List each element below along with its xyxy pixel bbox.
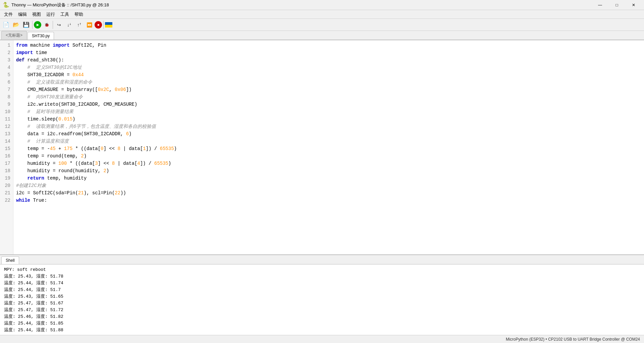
shell-tab[interactable]: Shell — [1, 256, 19, 264]
code-line-5: SHT30_I2CADDR = 0x44 — [16, 71, 641, 79]
line-num-13: 13 — [3, 130, 10, 138]
shell-line: 温度: 25.46, 湿度: 51.82 — [4, 313, 640, 320]
code-line-6: # 定义读取温度和湿度的命令 — [16, 79, 641, 86]
debug-button[interactable]: 🐞 — [42, 20, 51, 30]
open-file-button[interactable]: 📂 — [11, 20, 21, 30]
toolbar-sep-2 — [53, 21, 53, 29]
code-line-4: # 定义SHT30的I2C地址 — [16, 64, 641, 71]
code-line-14: # 计算温度和湿度 — [16, 138, 641, 145]
code-line-16: temp = round(temp, 2) — [16, 152, 641, 160]
code-line-1: from machine import SoftI2C, Pin — [16, 42, 641, 49]
line-num-8: 8 — [3, 93, 10, 101]
code-line-20: #创建I2C对象 — [16, 182, 641, 189]
code-line-9: i2c.writeto(SHT30_I2CADDR, CMD_MEASURE) — [16, 101, 641, 108]
step-into-button[interactable]: ↓ꜜ — [64, 20, 74, 30]
line-num-22: 22 — [3, 197, 10, 204]
code-editor[interactable]: 12345678910111213141516171819202122 from… — [0, 40, 644, 254]
line-num-11: 11 — [3, 115, 10, 123]
save-file-button[interactable]: 💾 — [21, 20, 31, 30]
menu-item-工具[interactable]: 工具 — [58, 11, 72, 18]
close-button[interactable]: ✕ — [626, 0, 641, 10]
line-num-1: 1 — [3, 42, 10, 49]
editor-area: 12345678910111213141516171819202122 from… — [0, 40, 644, 254]
line-numbers: 12345678910111213141516171819202122 — [0, 40, 13, 254]
code-line-21: i2c = SoftI2C(sda=Pin(21), scl=Pin(22)) — [16, 189, 641, 197]
line-num-20: 20 — [3, 182, 10, 189]
shell-line: 温度: 25.44, 湿度: 51.74 — [4, 280, 640, 287]
shell-area: Shell MPY: soft reboot温度: 25.43, 湿度: 51.… — [0, 254, 644, 335]
shell-line: 温度: 25.43, 湿度: 51.78 — [4, 273, 640, 280]
menu-item-运行[interactable]: 运行 — [44, 11, 58, 18]
shell-line: 温度: 25.44, 湿度: 51.85 — [4, 320, 640, 327]
tab-untitled[interactable]: <无标题> — [1, 31, 27, 40]
resume-button[interactable]: ⏩ — [85, 20, 94, 30]
app-icon: 🐍 — [3, 2, 9, 8]
code-line-7: CMD_MEASURE = bytearray([0x2C, 0x06]) — [16, 86, 641, 93]
line-num-2: 2 — [3, 49, 10, 56]
line-num-3: 3 — [3, 56, 10, 64]
new-file-button[interactable]: 📄 — [1, 20, 11, 30]
code-line-11: time.sleep(0.015) — [16, 115, 641, 123]
code-line-15: temp = -45 + 175 * ((data[0] << 8 | data… — [16, 145, 641, 152]
stop-button[interactable] — [95, 21, 102, 29]
shell-line: MPY: soft reboot — [4, 266, 640, 273]
code-line-18: humidity = round(humidity, 2) — [16, 167, 641, 175]
shell-line: 温度: 25.47, 湿度: 51.67 — [4, 300, 640, 307]
minimize-button[interactable]: — — [592, 0, 608, 10]
code-line-13: data = i2c.readfrom(SHT30_I2CADDR, 6) — [16, 130, 641, 138]
line-num-14: 14 — [3, 138, 10, 145]
menu-item-编辑[interactable]: 编辑 — [15, 11, 30, 18]
shell-output[interactable]: MPY: soft reboot温度: 25.43, 湿度: 51.78温度: … — [0, 264, 644, 335]
menu-item-帮助[interactable]: 帮助 — [72, 11, 86, 18]
line-num-9: 9 — [3, 101, 10, 108]
line-num-16: 16 — [3, 152, 10, 160]
shell-line: 温度: 25.44, 湿度: 51.7 — [4, 287, 640, 293]
code-line-17: humidity = 100 * ((data[3] << 8 | data[4… — [16, 160, 641, 167]
toolbar-sep-3 — [103, 21, 104, 29]
shell-tab-bar: Shell — [0, 255, 644, 264]
ukraine-flag-icon — [105, 22, 112, 28]
run-button[interactable] — [34, 21, 41, 29]
title-text: Thonny — MicroPython设备 :: /SHT30.py @ 26… — [11, 2, 592, 8]
line-num-19: 19 — [3, 175, 10, 182]
tab-sht30[interactable]: SHT30.py — [28, 32, 54, 40]
shell-line: 温度: 25.44, 湿度: 51.88 — [4, 327, 640, 334]
code-line-19: return temp, humidity — [16, 175, 641, 182]
menu-item-文件[interactable]: 文件 — [1, 11, 15, 18]
step-out-button[interactable]: ↑ꜛ — [74, 20, 84, 30]
status-text: MicroPython (ESP32) • CP2102 USB to UART… — [506, 337, 640, 342]
step-over-button[interactable]: ↪ — [54, 20, 64, 30]
line-num-4: 4 — [3, 64, 10, 71]
menu-bar: 文件编辑视图运行工具帮助 — [0, 10, 644, 19]
line-num-5: 5 — [3, 71, 10, 79]
line-num-12: 12 — [3, 123, 10, 130]
code-line-2: import time — [16, 49, 641, 56]
code-line-22: while True: — [16, 197, 641, 204]
code-line-8: # 向SHT30发送测量命令 — [16, 93, 641, 101]
line-num-10: 10 — [3, 108, 10, 115]
line-num-7: 7 — [3, 86, 10, 93]
code-line-10: # 延时等待测量结果 — [16, 108, 641, 115]
code-line-12: # 读取测量结果，共6字节，包含温度、湿度和各自的校验值 — [16, 123, 641, 130]
maximize-button[interactable]: □ — [609, 0, 625, 10]
title-bar: 🐍 Thonny — MicroPython设备 :: /SHT30.py @ … — [0, 0, 644, 10]
code-content[interactable]: from machine import SoftI2C, Pinimport t… — [13, 40, 644, 254]
line-num-6: 6 — [3, 79, 10, 86]
line-num-18: 18 — [3, 167, 10, 175]
window-controls: — □ ✕ — [592, 0, 641, 10]
toolbar-sep-1 — [32, 21, 33, 29]
toolbar: 📄 📂 💾 🐞 ↪ ↓ꜜ ↑ꜛ ⏩ — [0, 19, 644, 31]
shell-line: 温度: 25.47, 湿度: 51.72 — [4, 307, 640, 313]
status-bar: MicroPython (ESP32) • CP2102 USB to UART… — [0, 335, 644, 343]
line-num-15: 15 — [3, 145, 10, 152]
menu-item-视图[interactable]: 视图 — [30, 11, 44, 18]
line-num-17: 17 — [3, 160, 10, 167]
line-num-21: 21 — [3, 189, 10, 197]
code-line-3: def read_sht30(): — [16, 56, 641, 64]
tab-bar: <无标题> SHT30.py — [0, 31, 644, 40]
shell-line: 温度: 25.43, 湿度: 51.65 — [4, 293, 640, 300]
